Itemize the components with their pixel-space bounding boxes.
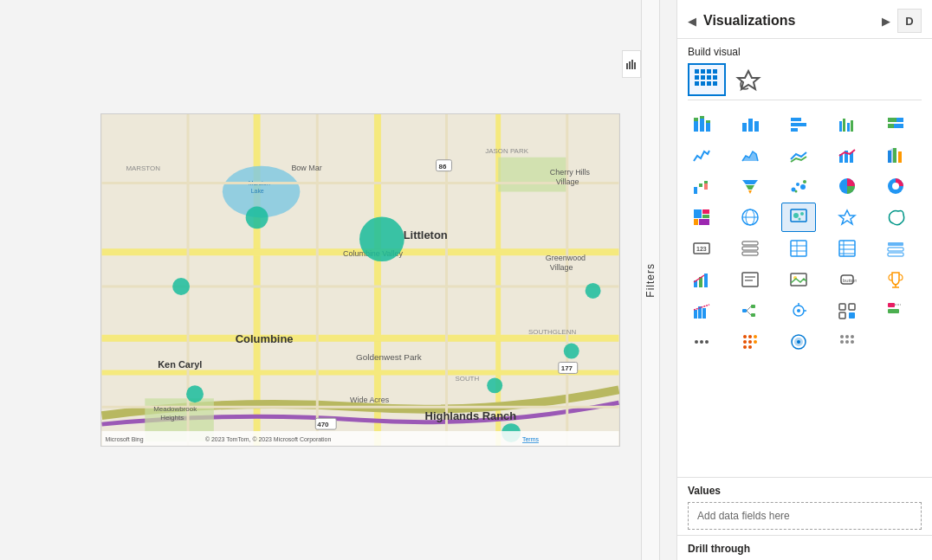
stats-panel-toggle[interactable] <box>622 50 641 78</box>
viz-donut[interactable] <box>878 171 913 201</box>
filters-tab[interactable]: Filters <box>641 0 660 560</box>
svg-rect-55 <box>101 431 618 446</box>
viz-pie[interactable] <box>830 171 864 201</box>
svg-point-176 <box>700 340 703 344</box>
svg-point-47 <box>359 216 405 261</box>
add-data-field[interactable]: Add data fields here <box>688 502 922 530</box>
viz-more-ellipsis[interactable] <box>684 327 719 357</box>
svg-text:© 2023 TomTom, © 2023 Microsof: © 2023 TomTom, © 2023 Microsoft Corporat… <box>204 436 331 443</box>
viz-funnel[interactable] <box>733 171 767 201</box>
viz-textbox[interactable] <box>733 265 767 294</box>
panel-collapse-left[interactable]: ◀ <box>688 15 696 28</box>
svg-text:Greenwood: Greenwood <box>545 254 585 262</box>
visual-type-format-btn[interactable] <box>729 63 767 96</box>
map-container[interactable]: Marston Lake Littleton Columbine Valley … <box>100 113 620 447</box>
viz-key-influencers-2[interactable] <box>878 296 913 325</box>
svg-rect-71 <box>694 121 698 132</box>
svg-point-189 <box>840 335 844 338</box>
svg-line-163 <box>747 311 751 315</box>
svg-point-178 <box>743 335 747 338</box>
visual-type-fields-btn[interactable] <box>688 63 726 96</box>
drill-through-section: Drill through <box>677 535 932 560</box>
svg-text:Bow Mar: Bow Mar <box>291 164 321 172</box>
svg-rect-75 <box>706 123 710 132</box>
viz-100pct-bar[interactable] <box>878 109 913 138</box>
viz-clustered-bar[interactable] <box>830 109 864 138</box>
viz-image[interactable] <box>781 265 816 294</box>
svg-point-106 <box>796 183 799 186</box>
viz-trophy[interactable] <box>878 265 913 294</box>
panel-title: Visualizations <box>703 13 795 29</box>
svg-point-52 <box>186 385 204 402</box>
viz-dot-circle[interactable] <box>781 327 816 357</box>
svg-rect-168 <box>839 304 845 310</box>
viz-bar-chart[interactable] <box>733 109 767 138</box>
viz-page-nav[interactable] <box>830 296 864 325</box>
viz-globe[interactable] <box>733 203 767 232</box>
svg-rect-115 <box>702 215 709 218</box>
svg-point-50 <box>585 283 600 299</box>
viz-card[interactable]: 123 <box>684 234 719 263</box>
viz-slicer[interactable] <box>878 234 913 263</box>
svg-rect-170 <box>839 312 845 319</box>
viz-multi-row-card[interactable] <box>733 234 767 263</box>
svg-point-108 <box>795 190 798 193</box>
svg-text:470: 470 <box>317 421 329 428</box>
viz-area-chart[interactable] <box>733 140 767 170</box>
panel-expand-right[interactable]: ▶ <box>882 15 890 28</box>
svg-text:123: 123 <box>696 246 707 252</box>
viz-bar-chart-special[interactable] <box>684 296 719 325</box>
svg-rect-145 <box>704 274 708 287</box>
svg-rect-83 <box>839 121 842 132</box>
svg-rect-78 <box>748 119 753 132</box>
viz-ribbon[interactable] <box>878 140 913 170</box>
svg-rect-82 <box>791 128 798 132</box>
svg-rect-62 <box>713 69 717 74</box>
values-label: Values <box>688 485 922 497</box>
svg-rect-161 <box>751 313 755 317</box>
viz-shape[interactable]: button <box>830 265 864 294</box>
svg-point-175 <box>695 340 698 344</box>
svg-text:SOUTHGLENN: SOUTHGLENN <box>527 328 575 336</box>
viz-table[interactable] <box>781 234 816 263</box>
viz-map-bubble[interactable] <box>781 203 816 232</box>
svg-rect-159 <box>742 309 747 312</box>
viz-key-influencers[interactable] <box>781 296 816 325</box>
viz-dot-grid-2[interactable] <box>830 327 864 357</box>
viz-decomp-tree[interactable] <box>733 296 767 325</box>
svg-rect-81 <box>791 123 806 126</box>
viz-treemap[interactable] <box>684 203 719 232</box>
data-panel-button[interactable]: D <box>897 9 922 33</box>
viz-kpi-chart[interactable] <box>684 265 719 294</box>
build-visual-label: Build visual <box>688 46 922 58</box>
svg-rect-99 <box>699 183 702 187</box>
svg-rect-74 <box>700 116 704 119</box>
viz-stacked-bar[interactable] <box>684 109 719 138</box>
build-visual-section: Build visual <box>677 39 932 106</box>
viz-shape-map[interactable] <box>878 203 913 232</box>
svg-text:Wide Acres: Wide Acres <box>350 396 390 404</box>
drill-through-label: Drill through <box>688 543 922 555</box>
svg-rect-130 <box>742 252 758 255</box>
svg-point-109 <box>803 180 806 183</box>
svg-rect-60 <box>701 69 705 74</box>
svg-text:Highlands Ranch: Highlands Ranch <box>424 409 516 422</box>
svg-rect-85 <box>847 123 850 132</box>
viz-waterfall[interactable] <box>684 171 719 201</box>
viz-dot-grid-1[interactable] <box>733 327 767 357</box>
viz-azure-map[interactable] <box>830 203 864 232</box>
svg-marker-103 <box>746 185 754 190</box>
svg-text:86: 86 <box>438 163 446 171</box>
viz-line-stacked[interactable] <box>781 140 816 170</box>
viz-icons-grid: 123 button <box>677 106 932 360</box>
viz-matrix[interactable] <box>830 234 864 263</box>
svg-rect-140 <box>888 242 903 246</box>
svg-rect-65 <box>707 75 711 80</box>
viz-combo-bar-line[interactable] <box>830 140 864 170</box>
svg-rect-172 <box>888 303 895 307</box>
viz-scatter[interactable] <box>781 171 816 201</box>
viz-line-chart[interactable] <box>684 140 719 170</box>
svg-rect-155 <box>694 310 697 319</box>
viz-bar-chart-alt[interactable] <box>781 109 816 138</box>
panel-header: ◀ Visualizations ▶ D <box>677 0 932 39</box>
